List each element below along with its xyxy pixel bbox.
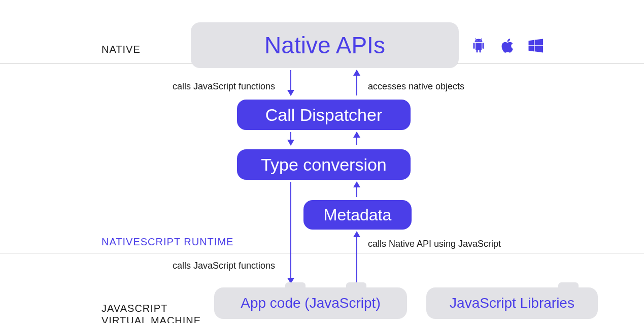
caption-accesses-native: accesses native objects bbox=[368, 81, 464, 92]
arrow-type-to-appcode-down bbox=[290, 182, 291, 283]
app-code-tab-right bbox=[346, 282, 366, 292]
arrow-native-to-dispatcher-down bbox=[290, 70, 291, 95]
section-runtime-label: NATIVESCRIPT RUNTIME bbox=[101, 236, 233, 248]
metadata-box: Metadata bbox=[303, 200, 412, 230]
metadata-label: Metadata bbox=[324, 206, 391, 224]
js-libraries-box: JavaScript Libraries bbox=[426, 287, 598, 319]
arrow-metadata-to-type-up bbox=[356, 182, 357, 197]
type-conversion-label: Type conversion bbox=[261, 155, 387, 175]
jsvm-line2: VIRTUAL MACHINE bbox=[101, 315, 201, 323]
type-conversion-box: Type conversion bbox=[237, 149, 411, 180]
caption-calls-js-top: calls JavaScript functions bbox=[173, 81, 275, 92]
native-apis-box: Native APIs bbox=[191, 22, 459, 68]
arrow-type-to-dispatcher-up bbox=[356, 132, 357, 145]
divider-runtime bbox=[0, 253, 644, 253]
arrow-dispatcher-to-native-up bbox=[356, 70, 357, 95]
section-native-label: NATIVE bbox=[101, 44, 141, 55]
call-dispatcher-label: Call Dispatcher bbox=[265, 105, 383, 125]
jsvm-line1: JAVASCRIPT bbox=[101, 303, 167, 314]
platform-icons bbox=[469, 36, 545, 58]
app-code-label: App code (JavaScript) bbox=[241, 295, 380, 311]
section-jsvm-label: JAVASCRIPT VIRTUAL MACHINE bbox=[101, 302, 201, 323]
android-icon bbox=[469, 36, 488, 58]
call-dispatcher-box: Call Dispatcher bbox=[237, 100, 411, 130]
app-code-tab-left bbox=[285, 282, 306, 292]
native-apis-label: Native APIs bbox=[264, 31, 385, 59]
windows-icon bbox=[526, 36, 545, 58]
arrow-appcode-to-metadata-up bbox=[356, 232, 357, 283]
caption-calls-native-api: calls Native API using JavaScript bbox=[368, 239, 501, 249]
apple-icon bbox=[498, 36, 516, 58]
arrow-dispatcher-to-type-down bbox=[290, 132, 291, 145]
app-code-box: App code (JavaScript) bbox=[214, 287, 407, 319]
js-libraries-tab bbox=[558, 282, 579, 292]
js-libraries-label: JavaScript Libraries bbox=[450, 295, 574, 311]
caption-calls-js-bottom: calls JavaScript functions bbox=[173, 261, 275, 271]
